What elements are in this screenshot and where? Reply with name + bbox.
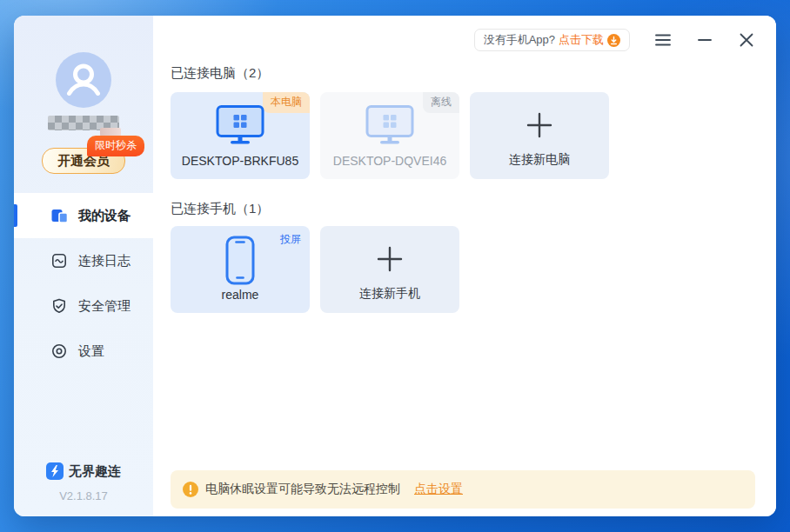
- sidebar-item-settings[interactable]: 设置: [14, 329, 153, 374]
- sidebar-item-security[interactable]: 安全管理: [14, 283, 153, 329]
- device-card-realme[interactable]: 投屏 realme: [171, 226, 310, 313]
- warning-settings-link[interactable]: 点击设置: [414, 482, 463, 497]
- device-card-desktop-dqvei46[interactable]: 离线 DESKTOP-DQVEI46: [320, 92, 459, 179]
- close-button[interactable]: [738, 31, 755, 49]
- titlebar: 没有手机App? 点击下载: [171, 16, 755, 64]
- devices-icon: [50, 207, 68, 224]
- phones-section-title: 已连接手机（1）: [171, 200, 755, 217]
- phone-icon: [223, 235, 258, 287]
- app-window: 开通会员 限时秒杀 我的设备 连接日志: [14, 16, 776, 516]
- download-link[interactable]: 点击下载: [559, 32, 604, 48]
- settings-icon: [50, 342, 68, 360]
- sidebar-item-label: 我的设备: [78, 208, 131, 224]
- download-app-pill[interactable]: 没有手机App? 点击下载: [474, 29, 630, 51]
- connect-new-computer-card[interactable]: 连接新电脑: [470, 92, 609, 179]
- menu-button[interactable]: [654, 31, 672, 49]
- device-name: DESKTOP-BRKFU85: [182, 154, 298, 168]
- phone-cards: 投屏 realme 连接新手机: [171, 226, 755, 313]
- sidebar: 开通会员 限时秒杀 我的设备 连接日志: [14, 16, 153, 516]
- username-redacted: [48, 116, 119, 130]
- minimize-icon: [698, 38, 712, 42]
- app-version: V2.1.8.17: [14, 489, 153, 502]
- device-name: realme: [222, 288, 259, 302]
- add-phone-label: 连接新手机: [359, 286, 420, 302]
- connect-new-phone-card[interactable]: 连接新手机: [320, 226, 459, 313]
- sleep-warning-banner: 电脑休眠设置可能导致无法远程控制 点击设置: [171, 470, 755, 509]
- no-app-question: 没有手机App?: [484, 32, 555, 48]
- warning-text: 电脑休眠设置可能导致无法远程控制: [205, 482, 400, 497]
- log-icon: [50, 252, 68, 269]
- computers-section-title: 已连接电脑（2）: [171, 64, 755, 82]
- plus-icon: [526, 111, 553, 139]
- sidebar-footer: 无界趣连 V2.1.8.17: [14, 462, 153, 502]
- warning-icon: [183, 482, 198, 497]
- monitor-icon-offline: [365, 104, 415, 145]
- main-panel: 没有手机App? 点击下载 已连接电脑（2） 本电脑: [153, 16, 776, 516]
- hamburger-icon: [655, 34, 671, 46]
- plus-icon: [376, 245, 404, 273]
- sidebar-menu: 我的设备 连接日志 安全管理: [14, 193, 153, 374]
- shield-check-icon: [50, 297, 68, 315]
- sidebar-item-connection-log[interactable]: 连接日志: [14, 238, 153, 283]
- app-logo-icon: [46, 462, 64, 480]
- computer-cards: 本电脑 DESKTOP-BRKFU85 离线: [171, 92, 755, 179]
- minimize-button[interactable]: [696, 31, 713, 49]
- sidebar-item-label: 安全管理: [78, 298, 131, 315]
- flash-sale-badge: 限时秒杀: [87, 136, 144, 156]
- download-icon: [607, 34, 620, 47]
- device-name: DESKTOP-DQVEI46: [333, 154, 446, 168]
- device-card-desktop-brkfu85[interactable]: 本电脑 DESKTOP-BRKFU85: [171, 92, 310, 179]
- monitor-icon: [215, 104, 265, 145]
- add-computer-label: 连接新电脑: [509, 152, 570, 168]
- sidebar-item-label: 连接日志: [78, 253, 131, 269]
- close-icon: [740, 33, 753, 47]
- sidebar-item-my-devices[interactable]: 我的设备: [14, 193, 153, 238]
- user-avatar-icon[interactable]: [56, 52, 111, 108]
- app-name: 无界趣连: [69, 463, 121, 480]
- sidebar-item-label: 设置: [78, 343, 104, 360]
